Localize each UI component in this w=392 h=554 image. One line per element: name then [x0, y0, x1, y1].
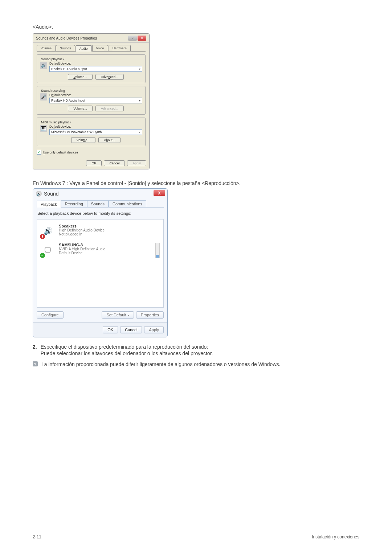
chevron-down-icon: ▾ — [139, 99, 140, 102]
tab-volume[interactable]: Volume — [37, 45, 56, 51]
use-default-label: Use only default devices — [43, 151, 78, 154]
microphone-icon: 🎤 — [40, 93, 47, 100]
win7-apply-button[interactable]: Apply — [144, 326, 164, 333]
device-sub: NVIDIA High Definition Audio — [59, 247, 105, 251]
tab-sounds-7[interactable]: Sounds — [87, 200, 109, 207]
device-instruction: Select a playback device below to modify… — [37, 211, 163, 216]
xp-dialog-title: Sounds and Audio Devices Properties — [36, 36, 97, 40]
device-status: Not plugged in — [59, 232, 105, 236]
speaker-icon: 🔊 — [40, 62, 47, 69]
step-number: 2. — [33, 344, 37, 356]
tab-hardware[interactable]: Hardware — [109, 45, 131, 51]
recording-volume-button[interactable]: Volume... — [68, 106, 93, 111]
playback-default-label: Default device: — [49, 62, 142, 65]
xp-sounds-dialog: Sounds and Audio Devices Properties ? X … — [33, 33, 150, 169]
tab-sounds[interactable]: Sounds — [56, 45, 75, 51]
device-name: SAMSUNG-3 — [59, 243, 105, 247]
midi-legend: MIDI music playback — [40, 120, 72, 124]
device-status: Default Device — [59, 251, 105, 255]
step2-line2: Puede seleccionar los altavoces del orde… — [41, 350, 213, 356]
chevron-down-icon: ▾ — [139, 67, 140, 71]
win7-sound-dialog: X 🔈 Sound Playback Recording Sounds Comm… — [33, 188, 168, 337]
level-meter — [155, 243, 160, 258]
monitor-icon: 🖵✓ — [41, 243, 55, 257]
default-badge-icon: ✓ — [40, 253, 45, 258]
properties-button[interactable]: Properties — [136, 311, 164, 319]
playback-advanced-button[interactable]: Advanced... — [95, 74, 124, 80]
use-default-checkbox[interactable]: ✓ — [37, 150, 41, 155]
between-text: En Windows 7 : Vaya a Panel de control -… — [33, 180, 359, 186]
xp-ok-button[interactable]: OK — [86, 160, 102, 166]
tab-recording[interactable]: Recording — [61, 200, 87, 207]
playback-volume-button[interactable]: Volume... — [68, 74, 93, 80]
midi-volume-button[interactable]: Volume... — [71, 137, 96, 143]
recording-device-combo[interactable]: Realtek HD Audio Input▾ — [49, 98, 142, 103]
help-button[interactable]: ? — [128, 36, 137, 41]
intro-audio-text: <Audio>. — [33, 24, 359, 30]
device-list: 🔊⬇ Speakers High Definition Audio Device… — [37, 219, 164, 308]
tab-playback[interactable]: Playback — [37, 201, 61, 208]
sound-icon: 🔈 — [36, 191, 42, 197]
midi-icon: 🎹 — [40, 125, 47, 132]
device-sub: High Definition Audio Device — [59, 228, 105, 232]
tab-communications[interactable]: Communications — [109, 200, 146, 207]
close-icon[interactable]: X — [138, 36, 146, 41]
close-icon[interactable]: X — [154, 190, 165, 196]
device-item-speakers[interactable]: 🔊⬇ Speakers High Definition Audio Device… — [39, 222, 161, 241]
unplugged-badge-icon: ⬇ — [40, 234, 45, 239]
midi-about-button[interactable]: About... — [98, 137, 121, 143]
xp-apply-button[interactable]: Apply — [127, 160, 146, 166]
speakers-icon: 🔊⬇ — [41, 224, 55, 238]
chevron-down-icon: ▾ — [139, 131, 140, 134]
device-item-samsung[interactable]: 🖵✓ SAMSUNG-3 NVIDIA High Definition Audi… — [39, 241, 161, 260]
chevron-down-icon: ▾ — [128, 314, 129, 317]
note-text: La información proporcionada puede difer… — [41, 361, 280, 367]
win7-ok-button[interactable]: OK — [103, 326, 118, 333]
tab-voice[interactable]: Voice — [92, 45, 108, 51]
playback-legend: Sound playback — [40, 57, 65, 61]
page-number: 2-11 — [33, 534, 41, 539]
section-title: Instalación y conexiones — [312, 534, 359, 539]
recording-advanced-button[interactable]: Advanced... — [95, 106, 124, 111]
win7-dialog-title: Sound — [44, 191, 58, 197]
recording-default-label: Default device: — [49, 93, 142, 97]
win7-cancel-button[interactable]: Cancel — [120, 326, 142, 333]
device-name: Speakers — [59, 224, 105, 228]
note-icon: ✎ — [33, 361, 38, 366]
configure-button[interactable]: Configure — [37, 311, 64, 319]
step2-line1: Especifique el dispositivo predeterminad… — [41, 344, 213, 350]
set-default-button[interactable]: Set Default▾ — [102, 311, 134, 319]
midi-device-combo[interactable]: Microsoft GS Wavetable SW Synth▾ — [49, 129, 142, 135]
tab-audio[interactable]: Audio — [75, 45, 92, 52]
xp-cancel-button[interactable]: Cancel — [104, 160, 125, 166]
recording-legend: Sound recording — [40, 89, 66, 93]
midi-default-label: Default device: — [49, 125, 142, 128]
playback-device-combo[interactable]: Realtek HD Audio output▾ — [49, 66, 142, 72]
